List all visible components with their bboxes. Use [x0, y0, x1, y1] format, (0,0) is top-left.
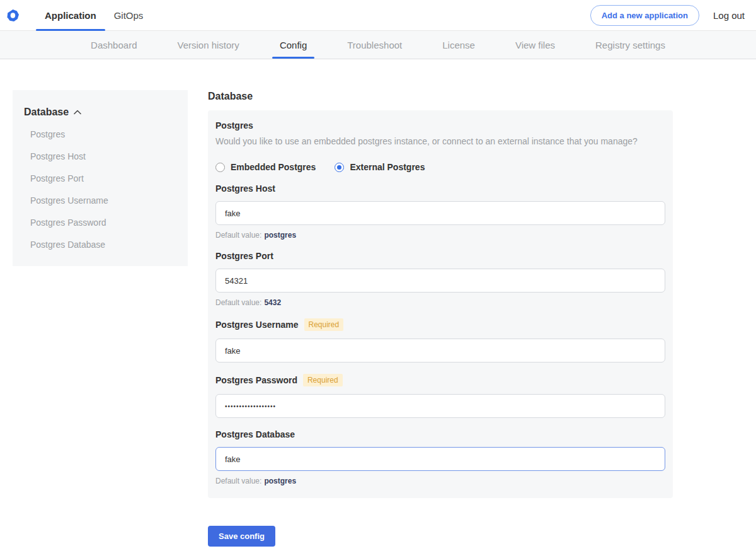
logout-link[interactable]: Log out [713, 10, 745, 21]
field-default-row: Default value:5432 [215, 298, 665, 307]
field-label: Postgres Username [215, 320, 299, 330]
replicated-logo-icon [6, 9, 20, 22]
subnav-item[interactable]: Troubleshoot [346, 31, 403, 59]
field-label: Postgres Database [215, 429, 295, 439]
sidebar-item[interactable]: Postgres Username [24, 190, 178, 212]
subnav-item-label: Registry settings [595, 40, 665, 50]
config-card: Postgres Would you like to use an embedd… [208, 110, 673, 498]
sidebar-item-label: Postgres Host [30, 151, 86, 161]
config-field: Postgres Database Default value:postgres [215, 429, 665, 485]
radio-option-label: Embedded Postgres [231, 162, 316, 172]
field-label: Postgres Host [215, 183, 275, 194]
config-field: Postgres Username Required [215, 318, 665, 362]
subnav-item-label: View files [515, 40, 555, 50]
field-label-row: Postgres Port [215, 251, 665, 261]
radio-option-label: External Postgres [350, 162, 425, 172]
subnav-item-label: Troubleshoot [347, 40, 402, 50]
field-input[interactable] [215, 394, 665, 418]
radio-icon [335, 163, 344, 172]
field-label-row: Postgres Host [215, 183, 665, 194]
sidebar-item[interactable]: Postgres Database [24, 234, 178, 256]
required-badge: Required [303, 374, 343, 386]
field-default-row: Default value:postgres [215, 231, 665, 240]
radio-icon [215, 163, 225, 172]
sidebar-item[interactable]: Postgres [24, 124, 178, 146]
sidebar-item-label: Postgres Username [30, 195, 108, 206]
subnav-item-label: Dashboard [91, 40, 137, 50]
radio-option[interactable]: External Postgres [335, 162, 425, 172]
required-badge: Required [304, 318, 344, 331]
sidebar-group-database[interactable]: Database [24, 107, 178, 118]
sidebar-items: Postgres Postgres Host Postgres Port Pos… [24, 124, 178, 256]
header-tab[interactable]: GitOps [105, 0, 152, 30]
field-label-row: Postgres Username Required [215, 318, 665, 331]
field-label-row: Postgres Database [215, 429, 665, 439]
subnav-item-label: Version history [177, 40, 239, 50]
subnav-item-label: Config [280, 40, 307, 50]
subnav-item[interactable]: Config [278, 31, 308, 59]
sidebar-item-label: Postgres Password [30, 218, 106, 228]
sidebar-item[interactable]: Postgres Port [24, 168, 178, 190]
field-input[interactable] [215, 339, 665, 362]
config-field: Postgres Password Required [215, 374, 665, 418]
sidebar-item-label: Postgres Database [30, 240, 105, 250]
subnav-item[interactable]: Version history [176, 31, 240, 59]
subnav-item-label: License [442, 40, 475, 50]
field-input[interactable] [215, 269, 665, 293]
postgres-group-label: Postgres [215, 120, 665, 130]
field-label: Postgres Password [215, 375, 297, 385]
config-main: Database Postgres Would you like to use … [208, 90, 673, 547]
default-value: postgres [264, 231, 296, 240]
postgres-radio-group: Embedded Postgres External Postgres [215, 162, 665, 172]
default-value: 5432 [264, 298, 281, 307]
subnav-item[interactable]: View files [514, 31, 556, 59]
field-label: Postgres Port [215, 251, 273, 261]
field-input[interactable] [215, 201, 665, 225]
sidebar-item-label: Postgres Port [30, 173, 84, 183]
sidebar-item[interactable]: Postgres Password [24, 212, 178, 234]
header-tabs: Application GitOps [36, 0, 152, 30]
subnav-item[interactable]: Dashboard [89, 31, 138, 59]
default-value-prefix: Default value: [215, 298, 261, 307]
postgres-group-help: Would you like to use an embedded postgr… [215, 136, 665, 147]
sidebar-item[interactable]: Postgres Host [24, 146, 178, 168]
field-input[interactable] [215, 447, 665, 471]
subnav-item[interactable]: License [441, 31, 476, 59]
field-label-row: Postgres Password Required [215, 374, 665, 386]
header-right: Add a new application Log out [590, 0, 745, 30]
sidebar-item-label: Postgres [30, 129, 65, 139]
config-field: Postgres Host Default value:postgres [215, 183, 665, 240]
default-value-prefix: Default value: [215, 231, 261, 240]
app-subnav: Dashboard Version history Config Trouble… [0, 31, 756, 59]
header-tab-label: Application [45, 10, 96, 21]
radio-option[interactable]: Embedded Postgres [215, 162, 316, 172]
save-config-button[interactable]: Save config [208, 526, 275, 547]
header-tab-label: GitOps [114, 10, 144, 21]
top-header: Application GitOps Add a new application… [0, 0, 756, 31]
config-field: Postgres Port Default value:5432 [215, 251, 665, 307]
field-default-row: Default value:postgres [215, 477, 665, 485]
add-new-application-button[interactable]: Add a new application [590, 5, 699, 26]
app-logo[interactable] [6, 0, 20, 30]
sidebar-group-label: Database [24, 107, 69, 118]
default-value-prefix: Default value: [215, 477, 261, 485]
default-value: postgres [264, 477, 296, 485]
subnav-item[interactable]: Registry settings [594, 31, 667, 59]
chevron-up-icon [74, 110, 81, 115]
config-group-title: Database [208, 90, 673, 102]
config-sidebar: Database Postgres Postgres Host Postgres… [13, 90, 188, 266]
header-tab[interactable]: Application [36, 0, 105, 30]
